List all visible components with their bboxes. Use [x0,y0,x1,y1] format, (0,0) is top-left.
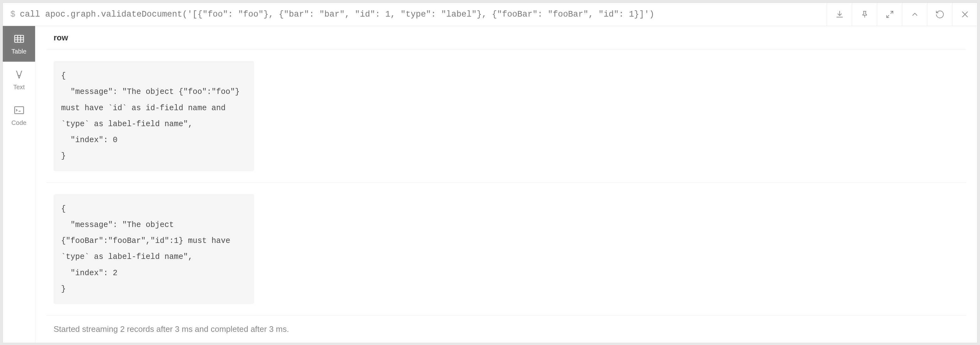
download-button[interactable] [827,3,852,26]
result-object[interactable]: { "message": "The object {"foo":"foo"} m… [54,61,254,171]
prompt-symbol: $ [10,10,15,19]
tab-code-label: Code [11,119,27,127]
table-row: { "message": "The object {"fooBar":"fooB… [47,183,966,316]
tab-text[interactable]: Text [3,62,35,97]
refresh-icon [935,10,945,19]
code-icon [13,104,25,116]
text-icon [13,68,25,81]
tab-code[interactable]: Code [3,97,35,133]
tab-table[interactable]: Table [3,26,35,62]
query-text: call apoc.graph.validateDocument('[{"foo… [20,10,654,19]
close-button[interactable] [952,3,977,26]
svg-rect-0 [14,35,24,42]
svg-rect-1 [14,106,24,113]
pin-icon [860,10,869,19]
results-content: row { "message": "The object {"foo":"foo… [35,26,977,343]
pin-button[interactable] [852,3,877,26]
expand-button[interactable] [877,3,902,26]
status-footer: Started streaming 2 records after 3 ms a… [47,316,966,343]
query-prompt[interactable]: $ call apoc.graph.validateDocument('[{"f… [3,3,827,26]
expand-icon [885,10,894,19]
view-sidebar: Table Text Code [3,26,35,343]
table-row: { "message": "The object {"foo":"foo"} m… [47,50,966,183]
chevron-up-icon [910,10,920,19]
query-header: $ call apoc.graph.validateDocument('[{"f… [3,3,977,26]
collapse-button[interactable] [902,3,927,26]
close-icon [960,10,970,19]
frame-toolbar [827,3,977,26]
result-object[interactable]: { "message": "The object {"fooBar":"fooB… [54,194,254,304]
download-icon [835,10,844,19]
result-frame: $ call apoc.graph.validateDocument('[{"f… [3,3,977,343]
column-header: row [47,26,966,50]
result-body: Table Text Code row { "message": "The ob… [3,26,977,343]
table-icon [13,33,25,45]
tab-table-label: Table [11,48,27,55]
tab-text-label: Text [13,84,25,91]
rerun-button[interactable] [927,3,952,26]
